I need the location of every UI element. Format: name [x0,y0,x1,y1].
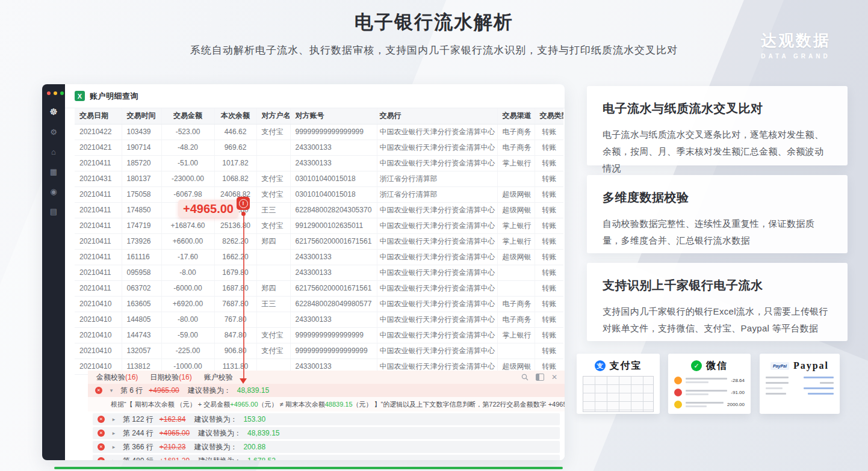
table-cell: 电子商务 [497,312,535,327]
excel-icon: X [75,91,85,101]
annotation-line [243,216,244,381]
nav-disc-icon[interactable]: ◉ [48,185,60,197]
table-cell: 20210410 [75,296,122,312]
validation-issue-row-expanded[interactable]: ✕ ▾ 第 6 行 +4965.00 建议替换为： 48,839.15 [88,384,565,397]
col-header-amount[interactable]: 交易金额 [161,108,214,124]
expand-caret-icon[interactable]: ▸ [111,416,117,422]
table-cell: 144805 [122,312,161,327]
table-cell: 中国农业银行天津分行资金清算中心 [377,218,497,233]
annotation-arrow-icon [240,378,247,384]
col-header-time[interactable]: 交易时间 [122,108,161,124]
col-header-counterparty[interactable]: 对方户名 [256,108,290,124]
validation-issue-row[interactable]: ✕ ▸ 第 244 行 +4965.00 建议替换为： 48,839.15 [93,427,560,439]
table-cell: 20210410 [75,312,122,327]
error-icon: ✕ [95,387,102,394]
table-cell: 浙江省分行清算部 [377,186,497,202]
table-cell: 中国农业银行天津分行资金清算中心 [377,265,497,280]
table-row[interactable]: 20210422103439-523.00446.62支付宝9999999999… [75,124,563,140]
col-header-account[interactable]: 对方账号 [290,108,377,124]
table-cell: 浙江省分行清算部 [377,171,497,186]
table-row[interactable]: 20210411173926+6600.008262.20郑四621756020… [75,233,563,249]
table-row[interactable]: 20210410144743-59.00847.80支付宝99999999999… [75,327,563,343]
platform-card-wechat: ✓ 微信 -28.64 -91.00 2000.00 [668,354,751,414]
feature-card-multi-dimension: 多维度数据校验 自动校验数据完整性、连续性及重复性，保证数据质量，多维度合并、汇… [587,175,848,253]
table-cell: 支付宝 [256,327,290,343]
table-cell [256,249,290,265]
validation-issue-row[interactable]: ✕ ▸ 第 366 行 +210.23 建议替换为： 200.88 [93,441,560,453]
table-cell: 中国农业银行天津分行资金清算中心 [377,233,497,249]
table-cell: 王三 [256,202,290,218]
nav-gear-icon[interactable]: ⚙ [48,126,60,138]
table-cell: 中国农业银行天津分行资金清算中心 [377,155,497,171]
nav-grid-icon[interactable]: ▦ [48,165,60,177]
minimize-window-button[interactable] [54,91,57,95]
table-cell: 99999999999999999 [290,327,377,343]
nav-wheel-icon[interactable]: ☸ [48,106,60,118]
table-row[interactable]: 202104111748505136.80王三62284800282043053… [75,202,563,218]
table-cell: 转账 [535,140,563,155]
table-row[interactable]: 20210421190714-48.20969.62243300133中国农业银… [75,140,563,155]
collapse-caret-icon[interactable]: ▾ [108,387,114,393]
table-cell: 180137 [122,171,161,186]
tab-amount-check[interactable]: 金额校验(16) [96,372,138,383]
table-cell: 王三 [256,296,290,312]
issue-suggest-label: 建议替换为： [194,414,237,425]
expand-caret-icon[interactable]: ▸ [111,430,117,436]
col-header-type[interactable]: 交易类型 [535,108,563,124]
table-row[interactable]: 20210411174719+16874.6025136.80支付宝991290… [75,218,563,233]
maximize-window-button[interactable] [60,91,64,95]
expand-caret-icon[interactable]: ▸ [111,458,117,460]
table-cell: 174850 [122,202,161,218]
col-header-balance[interactable]: 本次余额 [214,108,256,124]
table-row[interactable]: 20210411095958-8.001679.80243300133中国农业银… [75,265,563,280]
search-icon[interactable] [521,374,529,381]
table-cell [497,280,535,296]
table-row[interactable]: 20210410163605+6920.007687.80王三622848002… [75,296,563,312]
table-row[interactable]: 20210411063702-6000.001687.80郑四621756020… [75,280,563,296]
col-header-date[interactable]: 交易日期 [75,108,122,124]
nav-home-icon[interactable]: ⌂ [48,146,60,158]
table-cell: 190714 [122,140,161,155]
window-controls [42,84,65,95]
issue-row-label: 第 480 行 [123,456,153,461]
table-row[interactable]: 20210410132057-225.00906.80支付宝9999999999… [75,343,563,359]
table-cell: -51.00 [161,155,214,171]
table-cell: 1687.80 [214,280,256,296]
close-window-button[interactable] [47,91,51,95]
table-row[interactable]: 20210410144805-80.00767.80243300133中国农业银… [75,312,563,327]
table-cell: 7687.80 [214,296,256,312]
col-header-channel[interactable]: 交易渠道 [497,108,535,124]
nav-panel-icon[interactable]: ▤ [48,205,60,217]
validation-issue-row[interactable]: ✕ ▸ 第 480 行 +1681.29 建议替换为： 1,678.52 [93,455,560,460]
table-cell [497,343,535,359]
expand-caret-icon[interactable]: ▸ [111,444,117,450]
tab-account-check[interactable]: 账户校验 [204,372,233,383]
validation-issue-row[interactable]: ✕ ▸ 第 122 行 +162.84 建议替换为： 153.30 [93,413,560,425]
table-row[interactable]: 20210431180137-23000.001068.82支付宝0301010… [75,171,563,186]
table-cell: 支付宝 [256,171,290,186]
platform-name: Paypal [793,360,829,371]
table-cell: 25136.80 [214,218,256,233]
table-cell: 243300133 [290,312,377,327]
annotation-dot [241,212,246,216]
table-cell: 6217560200001671561 [290,233,377,249]
table-cell [497,265,535,280]
table-cell: 转账 [535,124,563,140]
issue-new-value: 200.88 [243,443,265,451]
table-row[interactable]: 20210411175058-6067.9824068.82支付宝0301010… [75,186,563,202]
tab-date-check[interactable]: 日期校验(16) [150,372,191,383]
merchant-icon [674,377,682,384]
table-cell: 中国农业银行天津分行资金清算中心 [377,280,497,296]
table-cell: 超级网银 [497,249,535,265]
transaction-amount: -28.64 [731,378,745,383]
close-icon[interactable]: ✕ [551,373,557,381]
col-header-bank[interactable]: 交易行 [377,108,497,124]
table-row[interactable]: 20210411161116-17.601662.20243300133中国农业… [75,249,563,265]
panel-toggle-icon[interactable] [536,374,544,381]
table-cell: 转账 [535,312,563,327]
table-cell: 转账 [535,249,563,265]
app-sidebar: ☸ ⚙ ⌂ ▦ ◉ ▤ [42,84,65,460]
table-cell: 转账 [535,218,563,233]
table-cell: -225.00 [161,343,214,359]
table-row[interactable]: 20210411185720-51.001017.82243300133中国农业… [75,155,563,171]
